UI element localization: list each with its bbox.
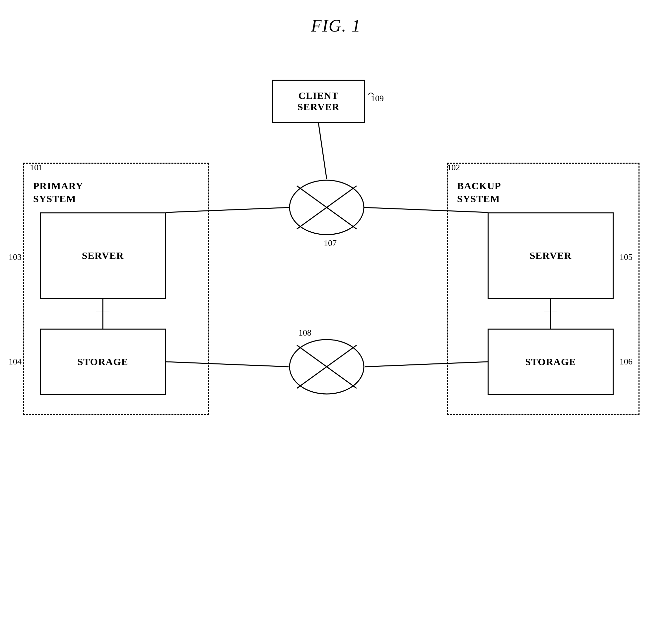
backup-server-label: SERVER xyxy=(530,250,572,261)
backup-storage-label: STORAGE xyxy=(525,356,576,367)
client-server-label: CLIENTSERVER xyxy=(298,90,340,113)
backup-system-label: BACKUPSYSTEM xyxy=(457,179,501,205)
ref-108: 108 xyxy=(299,328,311,338)
primary-server-label: SERVER xyxy=(82,250,124,261)
ref-103: 103 xyxy=(9,252,22,262)
hub-bottom-icon xyxy=(289,339,365,395)
ref-101: 101 xyxy=(30,163,43,173)
backup-server-box: SERVER xyxy=(487,212,614,299)
hub-top-icon xyxy=(289,179,365,236)
ref-105: 105 xyxy=(620,252,633,262)
primary-storage-label: STORAGE xyxy=(77,356,128,367)
primary-storage-box: STORAGE xyxy=(40,329,166,395)
svg-line-0 xyxy=(318,123,327,179)
ref-107: 107 xyxy=(324,238,337,248)
ref-104: 104 xyxy=(9,357,22,367)
primary-system-label: PRIMARYSYSTEM xyxy=(33,179,83,205)
ref-102: 102 xyxy=(447,163,460,173)
page-title: FIG. 1 xyxy=(311,16,361,35)
primary-server-box: SERVER xyxy=(40,212,166,299)
client-server-box: CLIENTSERVER xyxy=(272,80,365,123)
backup-storage-box: STORAGE xyxy=(487,329,614,395)
ref-106: 106 xyxy=(620,357,633,367)
